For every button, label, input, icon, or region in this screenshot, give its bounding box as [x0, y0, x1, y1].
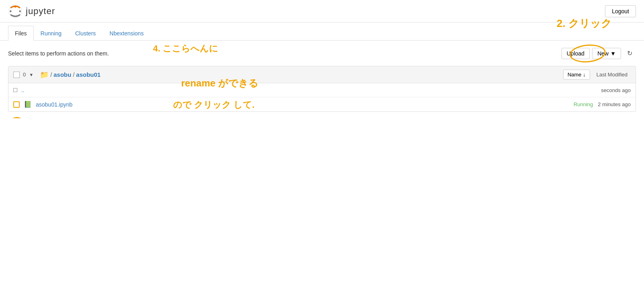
tab-bar: Files Running Clusters Nbextensions	[0, 26, 644, 41]
action-toolbar: Select items to perform actions on them.…	[8, 47, 636, 60]
select-items-label: Select items to perform actions on them.	[8, 50, 109, 57]
header-left: 0 ▼ 📁 / asobu / asobu01	[13, 70, 563, 79]
tab-nbextensions[interactable]: Nbextensions	[103, 26, 151, 41]
logo: jupyter	[8, 4, 55, 18]
tab-clusters[interactable]: Clusters	[68, 26, 103, 41]
item-count: 0	[23, 72, 26, 78]
file-time: seconds ago	[601, 87, 631, 93]
annotation-circle-checkbox	[9, 117, 25, 118]
table-row: 📗 asobu01.ipynb Running 2 minutes ago	[8, 97, 636, 111]
sort-name-button[interactable]: Name ↓	[563, 70, 590, 80]
row-left: □ ..	[13, 86, 601, 94]
table-row: □ .. seconds ago	[8, 83, 636, 97]
breadcrumb-asobu[interactable]: asobu	[54, 71, 71, 78]
header-right: Name ↓ Last Modified	[563, 70, 631, 80]
file-list-header: 0 ▼ 📁 / asobu / asobu01 Name ↓ Last Modi…	[8, 66, 636, 83]
svg-point-1	[14, 5, 16, 7]
row-right: seconds ago	[601, 87, 631, 93]
row-left: 📗 asobu01.ipynb	[13, 101, 574, 108]
select-all-checkbox[interactable]	[13, 72, 20, 78]
parent-folder-icon: □	[13, 86, 17, 94]
tab-files[interactable]: Files	[8, 26, 34, 41]
running-badge: Running	[574, 101, 593, 107]
tab-running[interactable]: Running	[34, 26, 68, 41]
breadcrumb-asobu01[interactable]: asobu01	[76, 71, 101, 78]
count-dropdown-arrow[interactable]: ▼	[29, 72, 33, 77]
folder-icon: 📁	[40, 70, 49, 79]
upload-button[interactable]: Upload	[561, 48, 590, 59]
refresh-button[interactable]: ↻	[623, 47, 636, 60]
app-title: jupyter	[26, 6, 55, 16]
jupyter-logo-icon	[8, 4, 23, 18]
new-button[interactable]: New ▼	[592, 48, 621, 59]
header: jupyter Logout	[0, 0, 644, 23]
svg-point-2	[10, 10, 12, 12]
file-time: 2 minutes ago	[598, 101, 631, 107]
main-content: Select items to perform actions on them.…	[0, 41, 644, 118]
last-modified-label: Last Modified	[593, 70, 631, 79]
breadcrumb: 📁 / asobu / asobu01	[40, 70, 101, 79]
file-list: 0 ▼ 📁 / asobu / asobu01 Name ↓ Last Modi…	[8, 66, 636, 112]
svg-point-3	[19, 10, 21, 12]
notebook-icon: 📗	[24, 101, 32, 108]
row-right: Running 2 minutes ago	[574, 101, 631, 107]
logout-button[interactable]: Logout	[605, 5, 636, 17]
file-checkbox[interactable]	[13, 101, 20, 108]
toolbar-right: Upload New ▼ ↻	[561, 47, 636, 60]
notebook-link[interactable]: asobu01.ipynb	[36, 101, 72, 108]
parent-folder-link[interactable]: ..	[21, 87, 25, 93]
